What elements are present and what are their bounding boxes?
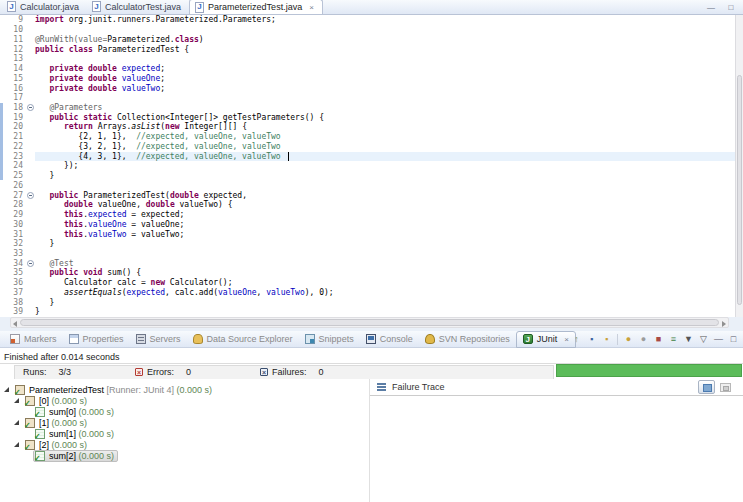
collapse-icon[interactable] <box>27 104 34 111</box>
quickdiff-marker <box>0 132 3 142</box>
code-line: 21 {2, 1, 1}, //expected, valueOne, valu… <box>0 132 735 142</box>
show-next-failed-test-button[interactable]: ↑ <box>572 333 581 345</box>
view-tab-snippets[interactable]: Snippets <box>299 331 360 347</box>
collapse-icon[interactable] <box>27 192 34 199</box>
code-line: 20 return Arrays.asList(new Integer[][] … <box>0 122 735 132</box>
rerun-test-button[interactable]: ● <box>624 333 633 345</box>
close-icon[interactable]: × <box>564 335 569 344</box>
code-text: }); <box>35 161 735 170</box>
show-stack-trace-in-console-button[interactable] <box>698 380 715 394</box>
editor-area: Calculator.javaCalculatorTest.javaParame… <box>0 0 743 330</box>
close-icon[interactable]: × <box>309 3 314 12</box>
maximize-view-button[interactable]: □ <box>729 333 738 345</box>
code-line: 35 public void sum() { <box>0 268 735 278</box>
view-tab-console[interactable]: Console <box>360 331 419 347</box>
code-text: assertEquals(expected, calc.add(valueOne… <box>35 288 735 297</box>
scroll-lock-button[interactable]: ▪ <box>602 333 611 345</box>
rerun-failed-tests-button[interactable]: ● <box>639 333 648 345</box>
test-tree-row[interactable]: sum[1] (0.000 s) <box>0 428 368 439</box>
line-number: 21 <box>5 132 25 141</box>
failures-label: Failures: <box>272 367 307 377</box>
code-line: 30 this.valueOne = valueOne; <box>0 219 735 229</box>
test-run-history-button[interactable]: ≡ <box>669 333 678 345</box>
tab-label: Markers <box>24 334 57 344</box>
line-number: 32 <box>5 239 25 248</box>
test-tree-row[interactable]: sum[0] (0.000 s) <box>0 406 368 417</box>
view-tab-junit[interactable]: JUnit× <box>516 331 576 348</box>
test-result-tree: ParameterizedTest [Runner: JUnit 4] (0.0… <box>0 379 368 502</box>
failure-trace-icon <box>377 383 386 391</box>
collapse-icon[interactable] <box>27 260 34 267</box>
code-editor[interactable]: 9import org.junit.runners.Parameterized.… <box>0 15 735 317</box>
properties-icon <box>69 334 79 344</box>
scroll-right-icon[interactable] <box>722 321 726 327</box>
line-number: 30 <box>5 220 25 229</box>
test-tree-row[interactable]: [2] (0.000 s) <box>0 439 368 450</box>
runs-label: Runs: <box>23 367 47 377</box>
test-tree-row[interactable]: ParameterizedTest [Runner: JUnit 4] (0.0… <box>0 384 368 395</box>
code-line: 36 Calculator calc = new Calculator(); <box>0 278 735 288</box>
minimize-icon[interactable]: — <box>703 1 719 13</box>
history-dropdown-icon[interactable]: ▼ <box>684 333 693 345</box>
vertical-scrollbar-thumb[interactable] <box>737 75 742 305</box>
code-text: {4, 3, 1}, //expected, valueOne, valueTw… <box>35 152 735 161</box>
horizontal-scrollbar[interactable] <box>10 317 729 328</box>
code-text: public void sum() { <box>35 268 735 277</box>
expanded-arrow-icon[interactable] <box>4 387 9 392</box>
compare-result-button[interactable] <box>720 383 731 392</box>
test-tree-row[interactable]: [1] (0.000 s) <box>0 417 368 428</box>
failures-value: 0 <box>319 367 324 377</box>
junit-icon <box>523 334 533 344</box>
expanded-arrow-icon[interactable] <box>14 420 19 425</box>
runs-counter: Runs: 3/3 <box>23 367 71 377</box>
view-tab-markers[interactable]: Markers <box>4 331 63 347</box>
editor-tab[interactable]: CalculatorTest.java <box>87 0 189 14</box>
view-tab-properties[interactable]: Properties <box>63 331 130 347</box>
view-menu-button[interactable]: ▽ <box>699 333 708 345</box>
tree-row-content[interactable]: sum[2] (0.000 s) <box>33 450 118 462</box>
line-number: 12 <box>5 45 25 54</box>
view-tab-svn-repositories[interactable]: SVN Repositories <box>419 331 516 347</box>
code-text: @Test <box>35 259 735 268</box>
editor-tab[interactable]: Calculator.java <box>2 0 87 14</box>
line-number: 29 <box>5 210 25 219</box>
minimize-view-button[interactable]: — <box>714 333 723 345</box>
scroll-left-icon[interactable] <box>13 321 17 327</box>
quickdiff-marker <box>0 93 3 103</box>
code-line: 27 public ParameterizedTest(double expec… <box>0 190 735 200</box>
quickdiff-marker <box>0 54 3 64</box>
code-text: this.valueOne = valueOne; <box>35 220 735 229</box>
tree-row-content[interactable]: [2] (0.000 s) <box>23 439 91 451</box>
editor-tab[interactable]: ParameterizedTest.java× <box>189 0 323 14</box>
test-tree-row[interactable]: [0] (0.000 s) <box>0 395 368 406</box>
view-tab-data-source-explorer[interactable]: Data Source Explorer <box>187 331 299 347</box>
view-tab-servers[interactable]: Servers <box>130 331 187 347</box>
expanded-arrow-icon[interactable] <box>14 442 19 447</box>
errors-label: Errors: <box>147 367 174 377</box>
markers-icon <box>10 334 20 344</box>
fold-column <box>25 260 35 267</box>
line-number: 31 <box>5 230 25 239</box>
line-number: 14 <box>5 64 25 73</box>
code-text: } <box>35 307 735 316</box>
test-tree-row[interactable]: sum[2] (0.000 s) <box>0 450 368 461</box>
stop-test-run-button[interactable]: ■ <box>654 333 663 345</box>
line-number: 22 <box>5 142 25 151</box>
code-line: 19 public static Collection<Integer[]> g… <box>0 112 735 122</box>
failure-trace-title: Failure Trace <box>392 382 445 392</box>
line-number: 35 <box>5 268 25 277</box>
code-text: private double valueOne; <box>35 74 735 83</box>
code-line: 18 @Parameters <box>0 103 735 113</box>
expanded-arrow-icon[interactable] <box>14 398 19 403</box>
code-line: 22 {3, 2, 1}, //expected, valueOne, valu… <box>0 142 735 152</box>
show-failures-only-button[interactable]: ▪ <box>587 333 596 345</box>
horizontal-scrollbar-thumb[interactable] <box>20 319 719 326</box>
code-line: 15 private double valueOne; <box>0 73 735 83</box>
code-text: private double expected; <box>35 64 735 73</box>
snippets-icon <box>305 334 315 344</box>
vertical-scrollbar[interactable] <box>735 15 743 317</box>
tree-row-label: [1] (0.000 s) <box>39 418 87 428</box>
quickdiff-marker <box>0 64 3 74</box>
quickdiff-marker <box>0 44 3 54</box>
maximize-icon[interactable]: □ <box>723 1 739 13</box>
